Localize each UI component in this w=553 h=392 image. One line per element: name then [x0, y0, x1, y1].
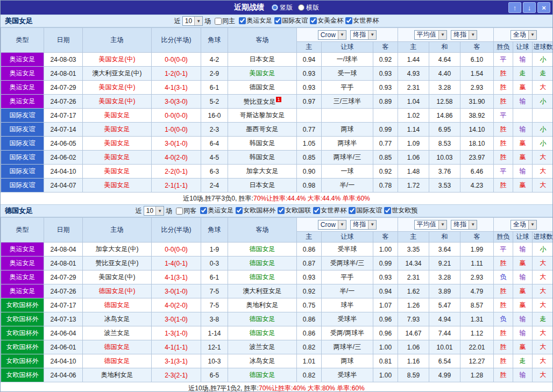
- section-header-bar: 美国女足 近 10 ▼ 场 同主 奥运女足国际友谊女美金杯女世界杯: [1, 15, 552, 27]
- team-section-usa: 美国女足 近 10 ▼ 场 同主 奥运女足国际友谊女美金杯女世界杯: [1, 15, 552, 204]
- avg-odds-away: 14.10: [460, 123, 494, 137]
- match-date: 24-08-04: [44, 243, 83, 256]
- competition-filter[interactable]: 女世界杯: [311, 206, 346, 215]
- handicap-result: [513, 109, 533, 123]
- match-date: 24-04-10: [44, 354, 83, 368]
- match-table: 类型 日期 主场 比分(半场) 角球 客场 Crow▼ 终指▼ 平均值▼ 终指▼: [1, 27, 553, 193]
- competition-checkbox[interactable]: [345, 17, 352, 24]
- average-select[interactable]: 平均值▼: [414, 30, 447, 40]
- same-venue-filter[interactable]: 同客: [174, 206, 196, 216]
- home-team: 德国女足(中): [83, 284, 152, 298]
- competition-checkbox[interactable]: [239, 17, 246, 24]
- match-row: 奥运女足24-08-01澳大利亚女足(中)1-2(0-1)2-9美国女足0.93…: [1, 67, 553, 81]
- competition-filter[interactable]: 女美金杯: [308, 16, 343, 25]
- match-count-select[interactable]: 10 ▼: [182, 16, 203, 26]
- competition-checkbox[interactable]: [310, 17, 317, 24]
- away-team: 哥斯达黎加女足: [228, 109, 297, 123]
- competition-checkbox[interactable]: [278, 207, 285, 214]
- avg-odds-away: 4.79: [460, 284, 494, 298]
- competition-label: 女世界杯: [353, 16, 379, 25]
- col-odds-home: 主: [297, 232, 322, 243]
- bookmaker-select[interactable]: Crow▼: [318, 220, 346, 230]
- score: 1-4(0-1): [152, 256, 201, 270]
- fulltime-select[interactable]: 全场▼: [511, 30, 537, 40]
- match-date: 24-06-02: [44, 151, 83, 165]
- avg-odds-home: 2.31: [398, 270, 429, 284]
- handicap-result: 输: [513, 243, 533, 256]
- competition-filter[interactable]: 奥运女足: [237, 16, 272, 25]
- goals-result: 大: [533, 326, 553, 340]
- initial-odds-away: 0.93: [373, 81, 398, 95]
- competition-filter[interactable]: 国际友谊: [346, 206, 382, 215]
- home-team: 波兰女足: [83, 326, 152, 340]
- match-row: 奥运女足24-07-29美国女足(中)4-1(3-1)6-1德国女足0.93平手…: [1, 81, 553, 95]
- match-row: 国际友谊24-06-02美国女足4-0(2-0)4-5韩国女足0.85两球半/三…: [1, 151, 553, 165]
- layout-vertical-option[interactable]: 竖版: [272, 3, 293, 12]
- record-summary: 近10场,胜7平3负0, 胜率:70% 让胜率:44.4% 大率:44.4% 单…: [1, 193, 552, 204]
- initial-odds-away: 1.07: [373, 298, 398, 312]
- competition-checkbox[interactable]: [384, 207, 391, 214]
- same-venue-checkbox[interactable]: [215, 18, 222, 25]
- competition-checkbox[interactable]: [313, 207, 320, 214]
- competition-checkbox[interactable]: [200, 207, 207, 214]
- close-button[interactable]: ×: [537, 2, 550, 13]
- competition-filter[interactable]: 国际友谊: [272, 16, 308, 25]
- home-team: 德国女足: [83, 354, 152, 368]
- competition-filter[interactable]: 世女欧预: [382, 206, 417, 215]
- goals-result: 大: [533, 81, 553, 95]
- competition-label: 国际友谊: [356, 206, 382, 215]
- average-select[interactable]: 平均值▼: [414, 220, 447, 230]
- handicap-result: 赢: [513, 256, 533, 270]
- summary-text: 让胜率:40% 大率:80% 单率:60%: [272, 384, 365, 392]
- initial-odds-away: 1.00: [373, 368, 398, 382]
- goals-result: 走: [533, 312, 553, 326]
- competition-checkbox[interactable]: [349, 207, 356, 214]
- win-loss-result: 胜: [494, 151, 513, 165]
- avg-stage-select[interactable]: 终指▼: [451, 30, 477, 40]
- layout-horizontal-radio[interactable]: [298, 4, 304, 11]
- col-score: 比分(半场): [152, 28, 201, 53]
- initial-odds-home: 0.86: [297, 312, 322, 326]
- same-venue-checkbox[interactable]: [176, 208, 183, 215]
- win-loss-result: 胜: [494, 179, 513, 193]
- handicap: 两球半/三: [322, 151, 373, 165]
- avg-odds-away: 23.97: [460, 151, 494, 165]
- initial-odds-home: 0.90: [297, 165, 322, 179]
- layout-horizontal-option[interactable]: 横版: [298, 3, 319, 12]
- competition-checkbox[interactable]: [274, 17, 281, 24]
- corner-count: 2-9: [201, 67, 228, 81]
- avg-stage-select[interactable]: 终指▼: [451, 220, 477, 230]
- col-date: 日期: [44, 28, 83, 53]
- competition-filter[interactable]: 女世界杯: [343, 16, 379, 25]
- move-down-button[interactable]: ↓: [523, 2, 536, 13]
- initial-odds-home: 0.77: [297, 123, 322, 137]
- competition-filters: 奥运女足女欧国杯外女欧国联女世界杯国际友谊世女欧预: [198, 206, 417, 216]
- odds-stage-select[interactable]: 终指▼: [350, 30, 377, 40]
- competition-filter[interactable]: 女欧国杯外: [233, 206, 275, 215]
- match-count-select[interactable]: 10 ▼: [144, 206, 164, 216]
- competition-checkbox[interactable]: [236, 207, 243, 214]
- goals-result: [533, 109, 553, 123]
- score: 1-2(0-1): [152, 67, 201, 81]
- handicap-result: 赢: [513, 298, 533, 312]
- home-team: 冰岛女足: [83, 312, 152, 326]
- fulltime-select[interactable]: 全场▼: [511, 220, 537, 230]
- bookmaker-select[interactable]: Crow▼: [318, 30, 346, 40]
- match-type: 奥运女足: [1, 284, 44, 298]
- match-date: 24-07-17: [44, 298, 83, 312]
- competition-filter[interactable]: 奥运女足: [198, 206, 233, 215]
- avg-odds-draw: 3.28: [429, 81, 460, 95]
- match-row: 女欧国杯外24-04-06奥地利女足2-3(2-1)6-5德国女足0.82受球半…: [1, 368, 553, 382]
- same-venue-filter[interactable]: 同主: [212, 17, 235, 26]
- match-type: 女欧国杯外: [1, 368, 44, 382]
- avg-odds-draw: 4.94: [429, 312, 460, 326]
- competition-filter[interactable]: 女欧国联: [275, 206, 311, 215]
- score: 4-0(2-0): [152, 151, 201, 165]
- odds-stage-select[interactable]: 终指▼: [350, 220, 377, 230]
- score: 4-1(3-1): [152, 81, 201, 95]
- move-up-button[interactable]: ↑: [508, 2, 521, 13]
- match-date: 24-06-04: [44, 326, 83, 340]
- avg-odds-away: 31.90: [460, 95, 494, 109]
- handicap: 两球半/三: [322, 340, 373, 354]
- layout-vertical-radio[interactable]: [272, 4, 278, 11]
